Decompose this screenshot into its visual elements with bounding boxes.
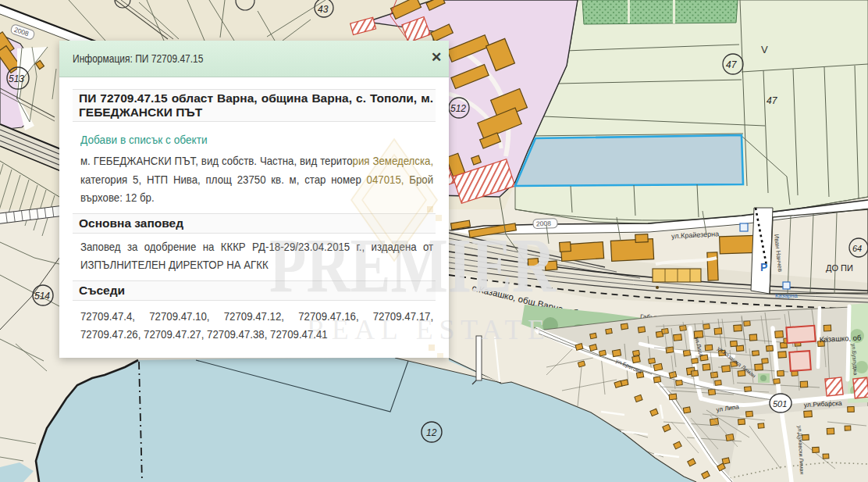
svg-text:PREMIER: PREMIER	[269, 222, 557, 309]
svg-text:REAL ESTATE: REAL ESTATE	[307, 314, 551, 345]
